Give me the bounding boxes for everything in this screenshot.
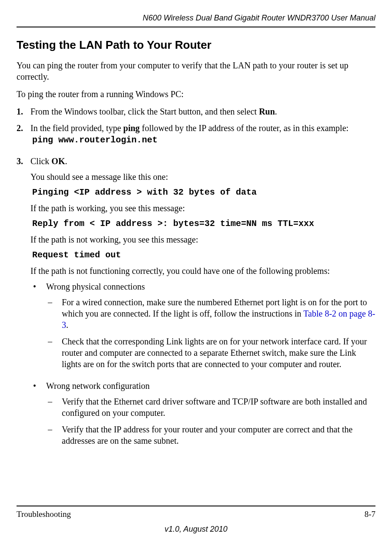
bullet-marker: • bbox=[30, 281, 46, 375]
section-heading: Testing the LAN Path to Your Router bbox=[17, 38, 375, 53]
working-intro: If the path is working, you see this mes… bbox=[30, 202, 375, 214]
run-label: Run bbox=[259, 107, 275, 116]
dash-marker: – bbox=[46, 424, 62, 446]
step-3: 3. Click OK. You should see a message li… bbox=[17, 155, 375, 457]
dash-ip-address: – Verify that the IP address for your ro… bbox=[46, 424, 375, 446]
bullet-wrong-network: • Wrong network configuration – Verify t… bbox=[30, 380, 375, 452]
footer-page-number: 8-7 bbox=[365, 509, 375, 520]
intro-paragraph: You can ping the router from your comput… bbox=[17, 60, 375, 82]
bullet-text: Wrong physical connections bbox=[46, 281, 375, 292]
intro-paragraph-2: To ping the router from a running Window… bbox=[17, 88, 375, 100]
step-text-after: . bbox=[65, 156, 67, 166]
code-pinging: Pinging <IP address > with 32 bytes of d… bbox=[32, 187, 375, 198]
dash-marker: – bbox=[46, 297, 62, 331]
step-text-after: followed by the IP address of the router… bbox=[140, 123, 348, 133]
result-intro: You should see a message like this one: bbox=[30, 171, 375, 182]
step-content: In the field provided, type ping followe… bbox=[30, 122, 375, 150]
step-marker: 1. bbox=[17, 106, 30, 117]
bullet-marker: • bbox=[30, 380, 46, 452]
dash-content: Verify that the IP address for your rout… bbox=[62, 424, 375, 446]
bullet-text: Wrong network configuration bbox=[46, 380, 375, 391]
dash-wired-connection: – For a wired connection, make sure the … bbox=[46, 297, 375, 331]
dash-marker: – bbox=[46, 336, 62, 370]
notworking-intro: If the path is not working, you see this… bbox=[30, 234, 375, 245]
dash-ethernet-driver: – Verify that the Ethernet card driver s… bbox=[46, 396, 375, 418]
problems-intro: If the path is not functioning correctly… bbox=[30, 265, 375, 277]
bullet-content: Wrong physical connections – For a wired… bbox=[46, 281, 375, 375]
bullet-wrong-physical: • Wrong physical connections – For a wir… bbox=[30, 281, 375, 375]
manual-title: N600 Wireless Dual Band Gigabit Router W… bbox=[143, 13, 375, 22]
step-marker: 2. bbox=[17, 122, 30, 150]
step-content: From the Windows toolbar, click the Star… bbox=[30, 106, 375, 117]
step-marker: 3. bbox=[17, 155, 30, 457]
footer-version: v1.0, August 2010 bbox=[17, 524, 375, 534]
ping-label: ping bbox=[123, 123, 140, 133]
step-text: In the field provided, type bbox=[30, 123, 123, 133]
step-text: Click bbox=[30, 156, 51, 166]
code-reply: Reply from < IP address >: bytes=32 time… bbox=[32, 218, 375, 229]
bullet-content: Wrong network configuration – Verify tha… bbox=[46, 380, 375, 452]
dash-content: Check that the corresponding Link lights… bbox=[62, 336, 375, 370]
dash-text-after: . bbox=[66, 320, 68, 330]
step-1: 1. From the Windows toolbar, click the S… bbox=[17, 106, 375, 117]
step-text-after: . bbox=[275, 107, 277, 116]
step-text: From the Windows toolbar, click the Star… bbox=[30, 107, 259, 116]
ok-label: OK bbox=[51, 156, 65, 166]
footer-section: Troubleshooting bbox=[17, 509, 71, 520]
step-2: 2. In the field provided, type ping foll… bbox=[17, 122, 375, 150]
dash-content: Verify that the Ethernet card driver sof… bbox=[62, 396, 375, 418]
dash-content: For a wired connection, make sure the nu… bbox=[62, 297, 375, 331]
step-content: Click OK. You should see a message like … bbox=[30, 155, 375, 457]
code-ping-command: ping www.routerlogin.net bbox=[32, 135, 375, 146]
page-footer: Troubleshooting 8-7 v1.0, August 2010 bbox=[17, 506, 375, 534]
footer-line: Troubleshooting 8-7 bbox=[17, 506, 375, 520]
dash-marker: – bbox=[46, 396, 62, 418]
code-timeout: Request timed out bbox=[32, 250, 375, 261]
page-header: N600 Wireless Dual Band Gigabit Router W… bbox=[17, 13, 375, 27]
dash-link-lights: – Check that the corresponding Link ligh… bbox=[46, 336, 375, 370]
